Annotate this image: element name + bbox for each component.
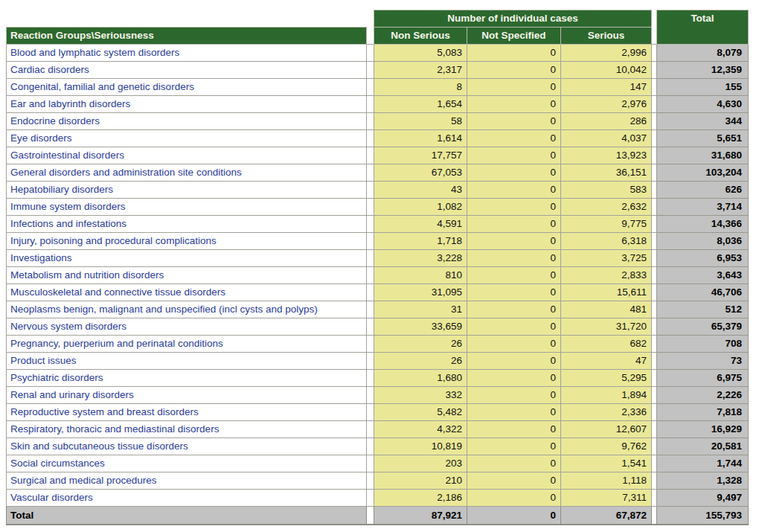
column-gap (652, 490, 657, 507)
column-gap (652, 455, 657, 472)
row-label[interactable]: Nervous system disorders (7, 318, 367, 336)
non-serious-value: 203 (374, 455, 467, 472)
column-gap (367, 387, 374, 404)
not-specified-value: 0 (467, 216, 561, 233)
row-total-value: 16,929 (657, 421, 749, 438)
total-not-specified-value: 0 (467, 507, 561, 525)
not-specified-value: 0 (467, 45, 561, 62)
table-row: Psychiatric disorders1,68005,2956,975 (7, 370, 749, 387)
serious-value: 13,923 (561, 147, 652, 164)
row-total-value: 6,975 (657, 370, 749, 387)
serious-value: 147 (561, 79, 652, 96)
row-label[interactable]: Blood and lymphatic system disorders (7, 45, 367, 62)
non-serious-value: 4,591 (374, 216, 467, 233)
table-row: Renal and urinary disorders33201,8942,22… (7, 387, 749, 404)
table-row: Endocrine disorders580286344 (7, 113, 749, 130)
column-gap (652, 130, 657, 147)
column-gap (652, 79, 657, 96)
non-serious-value: 1,718 (374, 233, 467, 250)
row-total-value: 708 (657, 336, 749, 353)
row-total-value: 3,714 (657, 199, 749, 216)
table-row: Musculoskeletal and connective tissue di… (7, 284, 749, 301)
row-label[interactable]: Injury, poisoning and procedural complic… (7, 233, 367, 250)
column-gap (367, 353, 374, 370)
row-label[interactable]: Product issues (7, 353, 367, 370)
row-label[interactable]: Vascular disorders (7, 490, 367, 507)
row-label[interactable]: Endocrine disorders (7, 113, 367, 130)
non-serious-value: 810 (374, 267, 467, 284)
row-label[interactable]: Renal and urinary disorders (7, 387, 367, 404)
table-row: Reproductive system and breast disorders… (7, 404, 749, 421)
column-gap (367, 336, 374, 353)
non-serious-value: 31,095 (374, 284, 467, 301)
serious-value: 9,775 (561, 216, 652, 233)
row-total-value: 6,953 (657, 250, 749, 267)
column-header-non-serious: Non Serious (374, 28, 467, 45)
not-specified-value: 0 (467, 113, 561, 130)
row-label[interactable]: Psychiatric disorders (7, 370, 367, 387)
column-gap (652, 370, 657, 387)
row-label[interactable]: Musculoskeletal and connective tissue di… (7, 284, 367, 301)
column-gap (367, 507, 374, 525)
non-serious-value: 33,659 (374, 318, 467, 336)
row-label[interactable]: General disorders and administration sit… (7, 164, 367, 182)
not-specified-value: 0 (467, 404, 561, 421)
row-label[interactable]: Metabolism and nutrition disorders (7, 267, 367, 284)
row-label[interactable]: Immune system disorders (7, 199, 367, 216)
row-label[interactable]: Ear and labyrinth disorders (7, 96, 367, 113)
row-total-value: 14,366 (657, 216, 749, 233)
column-gap (367, 130, 374, 147)
table-row: Ear and labyrinth disorders1,65402,9764,… (7, 96, 749, 113)
non-serious-value: 10,819 (374, 438, 467, 455)
non-serious-value: 332 (374, 387, 467, 404)
row-label[interactable]: Cardiac disorders (7, 62, 367, 79)
non-serious-value: 17,757 (374, 147, 467, 164)
row-total-value: 7,818 (657, 404, 749, 421)
not-specified-value: 0 (467, 182, 561, 199)
not-specified-value: 0 (467, 233, 561, 250)
column-gap (652, 233, 657, 250)
table-row: Vascular disorders2,18607,3119,497 (7, 490, 749, 507)
row-label[interactable]: Skin and subcutaneous tissue disorders (7, 438, 367, 455)
serious-value: 1,541 (561, 455, 652, 472)
column-gap (367, 164, 374, 182)
serious-value: 5,295 (561, 370, 652, 387)
column-gap (367, 62, 374, 79)
serious-value: 9,762 (561, 438, 652, 455)
row-label[interactable]: Social circumstances (7, 455, 367, 472)
non-serious-value: 26 (374, 336, 467, 353)
row-label[interactable]: Pregnancy, puerperium and perinatal cond… (7, 336, 367, 353)
row-label[interactable]: Hepatobiliary disorders (7, 182, 367, 199)
row-label[interactable]: Gastrointestinal disorders (7, 147, 367, 164)
row-label[interactable]: Reproductive system and breast disorders (7, 404, 367, 421)
table-row: Skin and subcutaneous tissue disorders10… (7, 438, 749, 455)
serious-value: 1,894 (561, 387, 652, 404)
corner-header: Reaction Groups\Seriousness (7, 28, 367, 45)
row-label[interactable]: Surgical and medical procedures (7, 472, 367, 490)
column-gap (367, 455, 374, 472)
row-label[interactable]: Congenital, familial and genetic disorde… (7, 79, 367, 96)
column-gap (367, 284, 374, 301)
column-gap (652, 147, 657, 164)
column-gap (652, 336, 657, 353)
row-label[interactable]: Neoplasms benign, malignant and unspecif… (7, 301, 367, 318)
table-row: Social circumstances20301,5411,744 (7, 455, 749, 472)
non-serious-value: 1,654 (374, 96, 467, 113)
non-serious-value: 1,082 (374, 199, 467, 216)
row-label[interactable]: Investigations (7, 250, 367, 267)
column-gap (367, 301, 374, 318)
table-row: Eye disorders1,61404,0375,651 (7, 130, 749, 147)
column-gap (367, 404, 374, 421)
column-gap (652, 164, 657, 182)
column-gap (367, 370, 374, 387)
non-serious-value: 67,053 (374, 164, 467, 182)
row-label[interactable]: Respiratory, thoracic and mediastinal di… (7, 421, 367, 438)
row-label[interactable]: Infections and infestations (7, 216, 367, 233)
column-gap (652, 387, 657, 404)
row-label[interactable]: Eye disorders (7, 130, 367, 147)
column-gap (367, 438, 374, 455)
table-row: Immune system disorders1,08202,6323,714 (7, 199, 749, 216)
column-gap (652, 507, 657, 525)
total-serious-value: 67,872 (561, 507, 652, 525)
column-gap (367, 472, 374, 490)
